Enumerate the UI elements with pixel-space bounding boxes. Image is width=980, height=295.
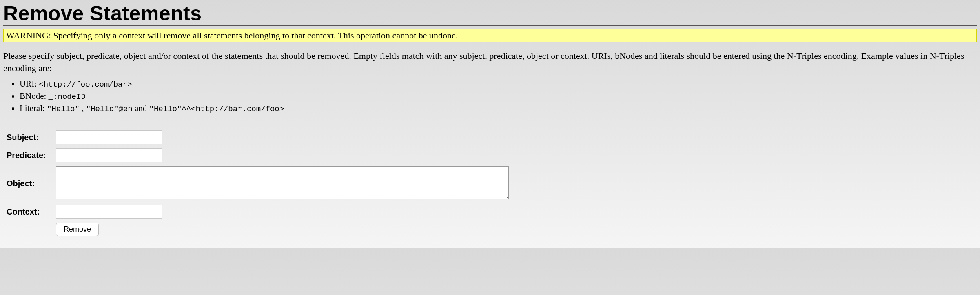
subject-label: Subject:	[7, 130, 55, 145]
remove-button[interactable]: Remove	[56, 223, 99, 236]
subject-input[interactable]	[56, 130, 162, 144]
example-literal-label: Literal:	[20, 103, 47, 113]
example-literal-code3: "Hello"^^<http://bar.com/foo>	[149, 105, 284, 114]
example-uri-code: <http://foo.com/bar>	[39, 80, 132, 89]
context-input[interactable]	[56, 205, 162, 219]
examples-list: URI: <http://foo.com/bar> BNode: _:nodeI…	[3, 78, 977, 114]
example-literal-code2: "Hello"@en	[86, 105, 133, 114]
example-bnode: BNode: _:nodeID	[20, 90, 977, 103]
example-bnode-label: BNode:	[20, 91, 49, 101]
warning-banner: WARNING: Specifying only a context will …	[3, 29, 977, 42]
example-literal-sep1: ,	[80, 103, 86, 113]
page-title: Remove Statements	[3, 0, 977, 26]
example-literal-code1: "Hello"	[47, 105, 80, 114]
predicate-label: Predicate:	[7, 148, 55, 163]
context-label: Context:	[7, 204, 55, 219]
predicate-input[interactable]	[56, 148, 162, 162]
example-uri-label: URI:	[20, 79, 39, 89]
object-input[interactable]	[56, 166, 509, 199]
example-literal: Literal: "Hello" , "Hello"@en and "Hello…	[20, 103, 977, 115]
intro-text: Please specify subject, predicate, objec…	[3, 50, 977, 74]
object-label: Object:	[7, 166, 55, 201]
remove-form: Subject: Predicate: Object: Context: Rem…	[7, 127, 509, 240]
example-bnode-code: _:nodeID	[49, 92, 86, 101]
example-uri: URI: <http://foo.com/bar>	[20, 78, 977, 90]
example-literal-sep2: and	[133, 103, 149, 113]
